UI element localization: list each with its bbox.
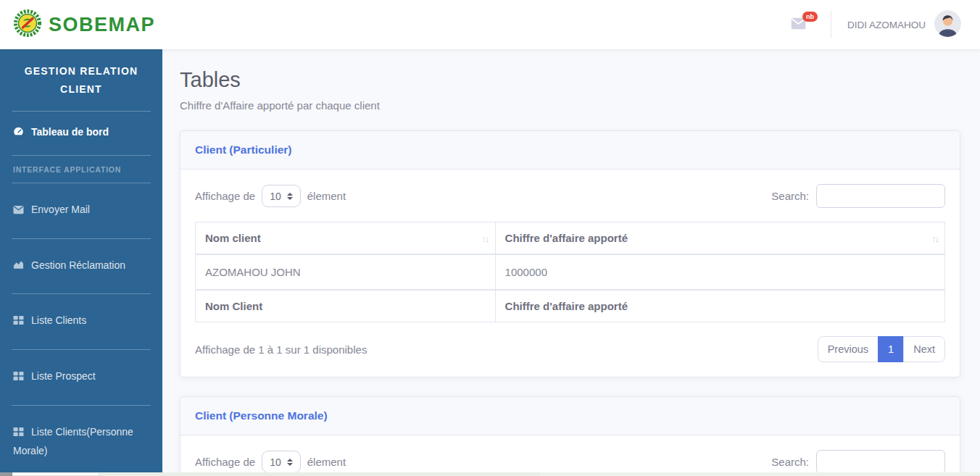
page-length-value: 10 <box>270 191 281 202</box>
user-name: DIDI AZOMAHOU <box>847 20 926 30</box>
sidebar-item-label: Tableau de bord <box>31 126 109 138</box>
next-page-button[interactable]: Next <box>903 336 945 362</box>
page-length-value: 10 <box>270 456 281 468</box>
page-subtitle: Chiffre d'Affaire apporté par chaque cli… <box>180 99 960 112</box>
cell-chiffre-affaire: 1000000 <box>495 254 944 290</box>
sidebar-item-label: Liste Prospect <box>31 370 96 382</box>
sidebar-item-liste-clients[interactable]: Liste Clients <box>0 294 162 349</box>
tachometer-icon <box>13 125 24 143</box>
scrollbar-thumb[interactable] <box>12 472 99 476</box>
card-title: Client (Particulier) <box>180 131 960 170</box>
notification-badge: nb <box>802 12 818 22</box>
search-control: Search: <box>771 450 945 474</box>
search-input[interactable] <box>816 450 945 474</box>
card-title: Client (Personne Morale) <box>180 397 960 435</box>
card-body: Affichage de 10 élement Search: <box>180 435 960 476</box>
topbar: SOBEMAP nb DIDI AZOMAHOU <box>0 0 980 49</box>
search-input[interactable] <box>816 184 945 208</box>
page-1-button[interactable]: 1 <box>878 336 904 362</box>
sidebar-item-label: Liste Clients(Personne Morale) <box>13 426 133 456</box>
datatable-controls: Affichage de 10 élement Search: <box>195 450 945 474</box>
sidebar-item-label: Liste Clients <box>31 314 86 326</box>
length-label-suffix: élement <box>307 456 346 468</box>
sidebar-item-liste-clients-personne-morale[interactable]: Liste Clients(Personne Morale) <box>0 406 162 476</box>
table-icon <box>13 369 24 387</box>
sidebar-item-label: Envoyer Mail <box>31 204 90 215</box>
page-title: Tables <box>180 68 960 92</box>
envelope-icon <box>791 20 806 32</box>
table-footer-row: Nom Client Chiffre d'affaire apporté <box>196 290 945 322</box>
sidebar-item-gestion-reclamation[interactable]: Gestion Réclamation <box>0 239 162 294</box>
avatar[interactable] <box>934 10 961 40</box>
datatable-controls: Affichage de 10 élement Search: <box>195 184 945 208</box>
sidebar-section-label: INTERFACE APPLICATION <box>0 156 162 183</box>
sidebar-title[interactable]: GESTION RELATION CLIENT <box>0 51 162 111</box>
page-length-control: Affichage de 10 élement <box>195 451 346 473</box>
card-client-personne-morale: Client (Personne Morale) Affichage de 10… <box>180 396 960 476</box>
topbar-right: nb DIDI AZOMAHOU <box>791 10 961 40</box>
sidebar-item-liste-prospect[interactable]: Liste Prospect <box>0 350 162 405</box>
brand-logo[interactable]: SOBEMAP <box>13 9 155 41</box>
mail-notifications-button[interactable]: nb <box>791 17 806 33</box>
datatable-footer: Affichage de 1 à 1 sur 1 disponibles Pre… <box>195 336 945 362</box>
search-label: Search: <box>771 190 809 202</box>
length-label-prefix: Affichage de <box>195 456 255 468</box>
sidebar-item-label: Gestion Réclamation <box>31 259 125 271</box>
page-length-select[interactable]: 10 <box>262 185 301 207</box>
table-icon <box>13 425 24 443</box>
column-header-label: Chiffre d'affaire apporté <box>505 232 628 244</box>
topbar-divider <box>831 11 831 38</box>
sidebar-item-envoyer-mail[interactable]: Envoyer Mail <box>0 183 162 238</box>
page-length-control: Affichage de 10 élement <box>195 185 346 207</box>
card-client-particulier: Client (Particulier) Affichage de 10 éle… <box>180 130 960 377</box>
select-arrows-icon <box>287 459 293 466</box>
clients-table: Nom client ↑↓ Chiffre d'affaire apporté … <box>195 222 945 322</box>
scrollbar-track[interactable] <box>540 472 980 476</box>
footer-nom-client: Nom Client <box>196 290 496 322</box>
pagination: Previous 1 Next <box>818 336 945 362</box>
footer-chiffre-affaire: Chiffre d'affaire apporté <box>495 290 944 322</box>
sobemap-emblem-icon <box>13 9 42 41</box>
sort-icon: ↑↓ <box>931 233 938 243</box>
sidebar: GESTION RELATION CLIENT Tableau de bord … <box>0 49 162 476</box>
previous-page-button[interactable]: Previous <box>818 336 879 362</box>
table-icon <box>13 314 24 331</box>
search-control: Search: <box>771 184 945 208</box>
sort-icon: ↑↓ <box>482 233 489 243</box>
table-info-text: Affichage de 1 à 1 sur 1 disponibles <box>195 343 367 356</box>
sidebar-item-tableau-de-bord[interactable]: Tableau de bord <box>0 112 162 155</box>
envelope-icon <box>13 203 24 220</box>
search-label: Search: <box>771 456 809 468</box>
table-header-row: Nom client ↑↓ Chiffre d'affaire apporté … <box>196 222 945 255</box>
horizontal-scrollbar[interactable] <box>0 472 980 476</box>
brand-name: SOBEMAP <box>49 14 155 36</box>
chart-area-icon <box>13 259 24 276</box>
card-body: Affichage de 10 élement Search: <box>180 170 960 377</box>
page-length-select[interactable]: 10 <box>262 451 301 473</box>
scrollbar-corner <box>0 472 12 476</box>
table-row: AZOMAHOU JOHN 1000000 <box>196 254 945 290</box>
length-label-prefix: Affichage de <box>195 190 255 202</box>
length-label-suffix: élement <box>307 190 346 202</box>
column-header-label: Nom client <box>205 232 261 244</box>
column-header-chiffre-affaire[interactable]: Chiffre d'affaire apporté ↑↓ <box>495 222 944 255</box>
main-content: Tables Chiffre d'Affaire apporté par cha… <box>162 49 980 476</box>
column-header-nom-client[interactable]: Nom client ↑↓ <box>196 222 496 255</box>
cell-nom-client: AZOMAHOU JOHN <box>196 254 496 290</box>
scrollbar-track[interactable] <box>99 472 540 476</box>
select-arrows-icon <box>287 193 293 200</box>
